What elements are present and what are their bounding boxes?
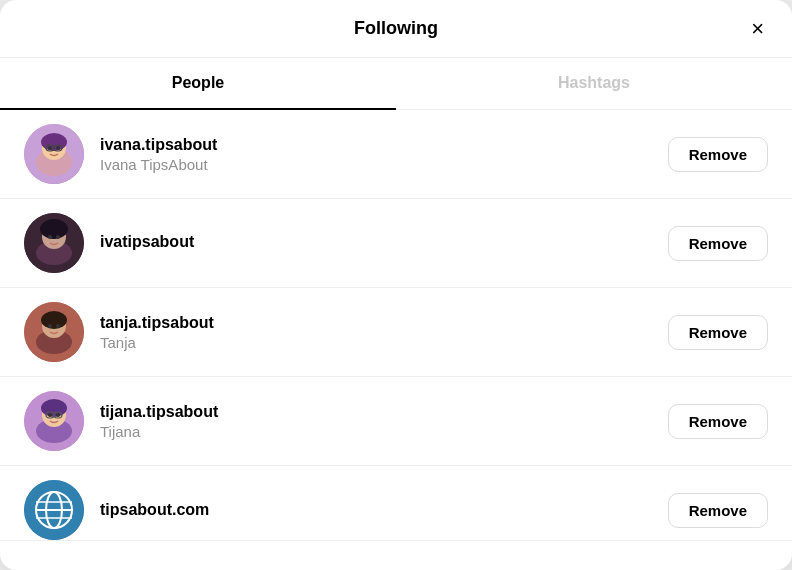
remove-button[interactable]: Remove — [668, 493, 768, 528]
display-name: Tanja — [100, 334, 668, 351]
username: tijana.tipsabout — [100, 403, 668, 421]
user-list[interactable]: ivana.tipsabout Ivana TipsAbout Remove — [0, 110, 792, 570]
svg-point-26 — [56, 413, 60, 417]
user-info: tijana.tipsabout Tijana — [100, 403, 668, 440]
close-button[interactable]: × — [747, 14, 768, 44]
list-item: ivatipsabout Remove — [0, 199, 792, 288]
svg-point-12 — [40, 219, 68, 239]
display-name: Ivana TipsAbout — [100, 156, 668, 173]
list-item: tipsabout.com Remove — [0, 466, 792, 541]
user-info: ivatipsabout — [100, 233, 668, 253]
svg-point-18 — [41, 311, 67, 329]
user-info: ivana.tipsabout Ivana TipsAbout — [100, 136, 668, 173]
avatar — [24, 302, 84, 362]
tabs-container: People Hashtags — [0, 58, 792, 110]
remove-button[interactable]: Remove — [668, 315, 768, 350]
tab-hashtags[interactable]: Hashtags — [396, 58, 792, 110]
list-item: tanja.tipsabout Tanja Remove — [0, 288, 792, 377]
username: tanja.tipsabout — [100, 314, 668, 332]
remove-button[interactable]: Remove — [668, 226, 768, 261]
username: ivatipsabout — [100, 233, 668, 251]
svg-point-4 — [48, 146, 52, 150]
svg-point-5 — [56, 146, 60, 150]
avatar — [24, 480, 84, 540]
display-name: Tijana — [100, 423, 668, 440]
svg-point-19 — [48, 324, 52, 328]
svg-point-20 — [56, 324, 60, 328]
remove-button[interactable]: Remove — [668, 137, 768, 172]
svg-point-25 — [48, 413, 52, 417]
svg-point-13 — [48, 235, 52, 239]
remove-button[interactable]: Remove — [668, 404, 768, 439]
tab-people[interactable]: People — [0, 58, 396, 110]
modal-title: Following — [354, 18, 438, 39]
avatar — [24, 124, 84, 184]
following-modal: Following × People Hashtags — [0, 0, 792, 570]
avatar — [24, 213, 84, 273]
user-info: tipsabout.com — [100, 501, 668, 519]
username: tipsabout.com — [100, 501, 668, 519]
list-item: tijana.tipsabout Tijana Remove — [0, 377, 792, 466]
user-info: tanja.tipsabout Tanja — [100, 314, 668, 351]
avatar — [24, 391, 84, 451]
modal-header: Following × — [0, 0, 792, 58]
list-item: ivana.tipsabout Ivana TipsAbout Remove — [0, 110, 792, 199]
username: ivana.tipsabout — [100, 136, 668, 154]
svg-point-14 — [56, 235, 60, 239]
